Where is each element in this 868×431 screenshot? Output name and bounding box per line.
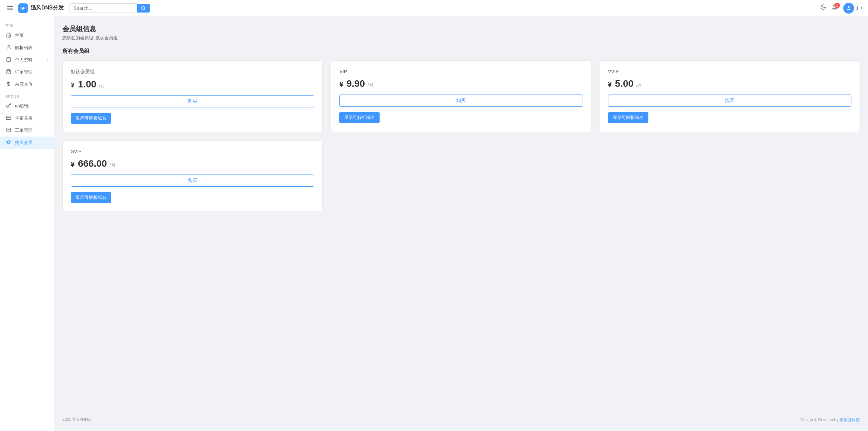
search-input[interactable] xyxy=(69,3,137,13)
tools-icon xyxy=(5,127,12,134)
cards-row-2: SVIP ¥ 666.00 /月 购买 显示可解析域名 xyxy=(62,140,860,211)
night-mode-icon[interactable] xyxy=(820,4,826,12)
home-icon xyxy=(5,33,12,39)
card-default-price: ¥ 1.00 /月 xyxy=(71,79,314,90)
card-vip-name: VIP xyxy=(339,69,583,74)
svg-point-0 xyxy=(142,6,145,9)
card-vip-price-value: 9.90 xyxy=(346,78,365,89)
svg-rect-11 xyxy=(6,128,10,132)
search-button[interactable] xyxy=(137,4,150,13)
svg-line-1 xyxy=(144,9,145,10)
logo-text: 迅风DNS分发 xyxy=(31,4,64,12)
resolve-list-icon xyxy=(5,45,12,51)
sidebar-item-profile[interactable]: 个人资料 › xyxy=(0,54,54,66)
footer-copyright: 2025 © SPDNS. xyxy=(62,417,92,422)
card-svip: SVIP ¥ 666.00 /月 购买 显示可解析域名 xyxy=(62,140,323,211)
sidebar-item-recharge[interactable]: 余额充值 xyxy=(0,78,54,90)
card-vvip-currency: ¥ xyxy=(608,81,612,88)
cards-row-1: 默认会员组 ¥ 1.00 /月 购买 显示可解析域名 VIP ¥ 9.90 xyxy=(62,60,860,132)
recharge-icon xyxy=(5,81,12,87)
card-vip-period: /月 xyxy=(368,82,374,88)
card-vvip: VVIP ¥ 5.00 /月 购买 显示可解析域名 xyxy=(600,60,860,132)
card-svip-name: SVIP xyxy=(71,149,314,154)
notification-badge: 1 xyxy=(834,3,840,8)
avatar xyxy=(843,3,854,14)
main-content: 会员组信息 您所在的会员组: 默认会员组 所有会员组 默认会员组 ¥ 1.00 … xyxy=(54,16,868,431)
sidebar-item-api-key[interactable]: api密钥 xyxy=(0,100,54,112)
sidebar-item-buy-member[interactable]: 购买会员 xyxy=(0,137,54,149)
svg-rect-9 xyxy=(6,116,11,120)
sidebar-label-recharge: 余额充值 xyxy=(15,81,33,87)
user-name: 1 xyxy=(856,5,859,11)
svg-rect-4 xyxy=(6,58,10,61)
footer: 2025 © SPDNS.Design & Develop by 史蒂芬科技 xyxy=(62,406,860,423)
card-vvip-price: ¥ 5.00 /月 xyxy=(608,78,851,89)
user-info[interactable]: 1 ▾ xyxy=(843,3,863,14)
card-svip-buy-button[interactable]: 购买 xyxy=(71,175,314,187)
sidebar-label-home: 主页 xyxy=(15,33,24,39)
card-vvip-buy-button[interactable]: 购买 xyxy=(608,95,851,107)
sidebar-item-tools[interactable]: 工单管理 xyxy=(0,124,54,137)
profile-arrow-icon: › xyxy=(47,58,48,62)
logo-icon: SP xyxy=(18,3,28,13)
card-svip-show-domains-button[interactable]: 显示可解析域名 xyxy=(71,192,111,203)
sidebar-section-common: 常用 xyxy=(0,19,54,29)
sidebar-label-buy-member: 购买会员 xyxy=(15,140,33,146)
sidebar-label-card-voucher: 卡密兑换 xyxy=(15,115,33,121)
sidebar-item-orders[interactable]: 订单管理 xyxy=(0,66,54,78)
svg-point-2 xyxy=(848,6,849,8)
orders-icon xyxy=(5,69,12,75)
buy-member-icon xyxy=(5,140,12,146)
hamburger-button[interactable] xyxy=(5,4,14,13)
user-dropdown-icon: ▾ xyxy=(861,6,863,10)
api-key-icon xyxy=(5,103,12,109)
notification-icon[interactable]: 1 xyxy=(832,4,838,12)
logo: SP 迅风DNS分发 xyxy=(18,3,64,13)
sidebar: 常用 主页 解析列表 个人资料 › xyxy=(0,16,54,431)
card-default-currency: ¥ xyxy=(71,81,75,89)
card-vip-currency: ¥ xyxy=(339,81,343,88)
header-right: 1 1 ▾ xyxy=(820,3,863,14)
section-title: 所有会员组 xyxy=(62,48,860,55)
sidebar-item-card-voucher[interactable]: 卡密兑换 xyxy=(0,112,54,124)
card-vvip-name: VVIP xyxy=(608,69,851,74)
card-default-period: /月 xyxy=(99,83,105,88)
sidebar-label-orders: 订单管理 xyxy=(15,69,33,75)
card-default-show-domains-button[interactable]: 显示可解析域名 xyxy=(71,113,111,124)
sidebar-section-spdns: SPDNS xyxy=(0,90,54,100)
sidebar-item-home[interactable]: 主页 xyxy=(0,29,54,42)
card-svip-period: /月 xyxy=(109,162,116,168)
card-vip-buy-button[interactable]: 购买 xyxy=(339,95,583,107)
sidebar-label-api-key: api密钥 xyxy=(15,103,29,109)
page-subtitle: 您所在的会员组: 默认会员组 xyxy=(62,35,860,41)
card-vip: VIP ¥ 9.90 /月 购买 显示可解析域名 xyxy=(331,60,591,132)
sidebar-label-tools: 工单管理 xyxy=(15,127,33,134)
card-vvip-show-domains-button[interactable]: 显示可解析域名 xyxy=(608,112,648,123)
card-default-name: 默认会员组 xyxy=(71,69,314,75)
svg-marker-14 xyxy=(6,140,11,144)
sidebar-label-profile: 个人资料 xyxy=(15,57,33,63)
card-vip-show-domains-button[interactable]: 显示可解析域名 xyxy=(339,112,380,123)
profile-icon xyxy=(5,57,12,63)
card-vvip-period: /月 xyxy=(636,82,642,88)
sidebar-item-resolve-list[interactable]: 解析列表 xyxy=(0,42,54,54)
page-title: 会员组信息 xyxy=(62,24,860,34)
card-svip-price-value: 666.00 xyxy=(78,158,107,169)
search-box xyxy=(69,3,150,13)
card-voucher-icon xyxy=(5,115,12,121)
sidebar-label-resolve-list: 解析列表 xyxy=(15,45,33,51)
svg-point-3 xyxy=(8,45,9,47)
card-default-price-value: 1.00 xyxy=(78,79,97,89)
card-default-buy-button[interactable]: 购买 xyxy=(71,95,314,107)
card-vip-price: ¥ 9.90 /月 xyxy=(339,78,583,89)
card-default: 默认会员组 ¥ 1.00 /月 购买 显示可解析域名 xyxy=(62,60,323,132)
card-svip-currency: ¥ xyxy=(71,161,75,168)
card-vvip-price-value: 5.00 xyxy=(615,78,634,89)
footer-design-text: Design & Develop by 史蒂芬科技 xyxy=(801,417,860,423)
card-svip-price: ¥ 666.00 /月 xyxy=(71,158,314,169)
